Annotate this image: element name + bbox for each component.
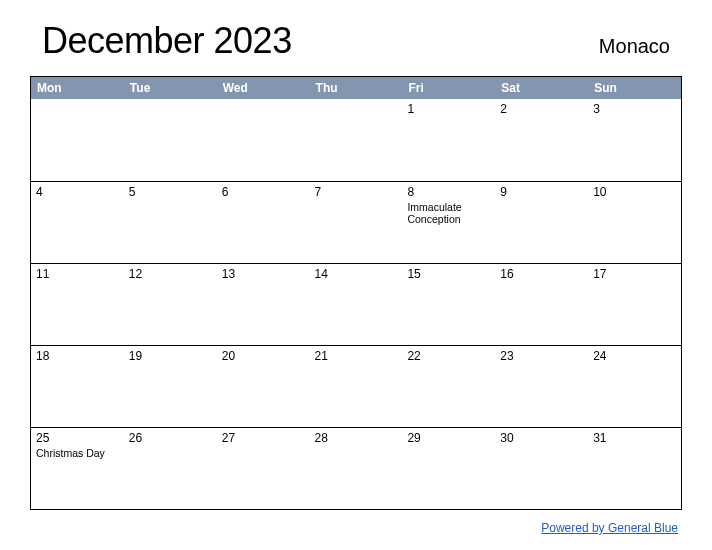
calendar-grid: Mon Tue Wed Thu Fri Sat Sun 12345678Imma… <box>30 76 682 510</box>
day-cell: 11 <box>31 264 124 345</box>
day-number: 2 <box>500 102 583 118</box>
day-number: 11 <box>36 267 119 283</box>
day-number: 12 <box>129 267 212 283</box>
weekday-fri: Fri <box>402 77 495 99</box>
day-cell: 15 <box>402 264 495 345</box>
day-number: 24 <box>593 349 676 365</box>
day-cell: 8Immaculate Conception <box>402 182 495 263</box>
day-number: 29 <box>407 431 490 447</box>
day-cell: 2 <box>495 99 588 181</box>
day-number: 7 <box>315 185 398 201</box>
day-number: 14 <box>315 267 398 283</box>
day-number: 20 <box>222 349 305 365</box>
day-cell <box>310 99 403 181</box>
day-cell: 26 <box>124 428 217 509</box>
day-cell <box>31 99 124 181</box>
day-number: 30 <box>500 431 583 447</box>
day-cell: 18 <box>31 346 124 427</box>
day-cell: 6 <box>217 182 310 263</box>
day-number: 4 <box>36 185 119 201</box>
day-cell: 3 <box>588 99 681 181</box>
day-cell: 10 <box>588 182 681 263</box>
day-cell: 22 <box>402 346 495 427</box>
day-cell: 14 <box>310 264 403 345</box>
weekday-mon: Mon <box>31 77 124 99</box>
day-cell: 12 <box>124 264 217 345</box>
week-row: 25Christmas Day262728293031 <box>31 427 681 509</box>
day-number: 28 <box>315 431 398 447</box>
day-cell: 7 <box>310 182 403 263</box>
day-cell: 23 <box>495 346 588 427</box>
week-row: 45678Immaculate Conception910 <box>31 181 681 263</box>
weekday-sun: Sun <box>588 77 681 99</box>
weekday-tue: Tue <box>124 77 217 99</box>
calendar-header: December 2023 Monaco <box>30 20 682 62</box>
week-row: 18192021222324 <box>31 345 681 427</box>
holiday-label: Immaculate Conception <box>407 201 490 226</box>
day-cell: 27 <box>217 428 310 509</box>
week-row: 123 <box>31 99 681 181</box>
calendar-weeks: 12345678Immaculate Conception91011121314… <box>31 99 681 509</box>
day-cell: 1 <box>402 99 495 181</box>
day-number: 13 <box>222 267 305 283</box>
day-cell: 19 <box>124 346 217 427</box>
day-cell: 9 <box>495 182 588 263</box>
day-cell: 17 <box>588 264 681 345</box>
day-number: 31 <box>593 431 676 447</box>
day-number: 3 <box>593 102 676 118</box>
week-row: 11121314151617 <box>31 263 681 345</box>
day-number: 10 <box>593 185 676 201</box>
calendar-title: December 2023 <box>42 20 292 62</box>
day-cell: 30 <box>495 428 588 509</box>
day-number: 18 <box>36 349 119 365</box>
powered-by-link[interactable]: Powered by General Blue <box>541 521 678 535</box>
day-number: 25 <box>36 431 119 447</box>
day-number: 1 <box>407 102 490 118</box>
day-number: 16 <box>500 267 583 283</box>
day-cell: 5 <box>124 182 217 263</box>
day-cell: 13 <box>217 264 310 345</box>
day-cell: 28 <box>310 428 403 509</box>
day-number: 5 <box>129 185 212 201</box>
day-cell <box>124 99 217 181</box>
day-number: 23 <box>500 349 583 365</box>
weekday-wed: Wed <box>217 77 310 99</box>
day-number: 6 <box>222 185 305 201</box>
day-cell: 20 <box>217 346 310 427</box>
day-number: 8 <box>407 185 490 201</box>
weekday-header-row: Mon Tue Wed Thu Fri Sat Sun <box>31 77 681 99</box>
day-number: 19 <box>129 349 212 365</box>
day-number: 17 <box>593 267 676 283</box>
day-number: 21 <box>315 349 398 365</box>
weekday-sat: Sat <box>495 77 588 99</box>
day-number: 22 <box>407 349 490 365</box>
day-number: 27 <box>222 431 305 447</box>
day-cell: 25Christmas Day <box>31 428 124 509</box>
day-cell: 31 <box>588 428 681 509</box>
holiday-label: Christmas Day <box>36 447 119 460</box>
weekday-thu: Thu <box>310 77 403 99</box>
day-cell: 29 <box>402 428 495 509</box>
calendar-footer: Powered by General Blue <box>30 518 682 536</box>
day-number: 15 <box>407 267 490 283</box>
day-cell: 21 <box>310 346 403 427</box>
calendar-region: Monaco <box>599 35 670 62</box>
day-cell: 24 <box>588 346 681 427</box>
day-cell <box>217 99 310 181</box>
day-cell: 4 <box>31 182 124 263</box>
day-cell: 16 <box>495 264 588 345</box>
day-number: 9 <box>500 185 583 201</box>
day-number: 26 <box>129 431 212 447</box>
